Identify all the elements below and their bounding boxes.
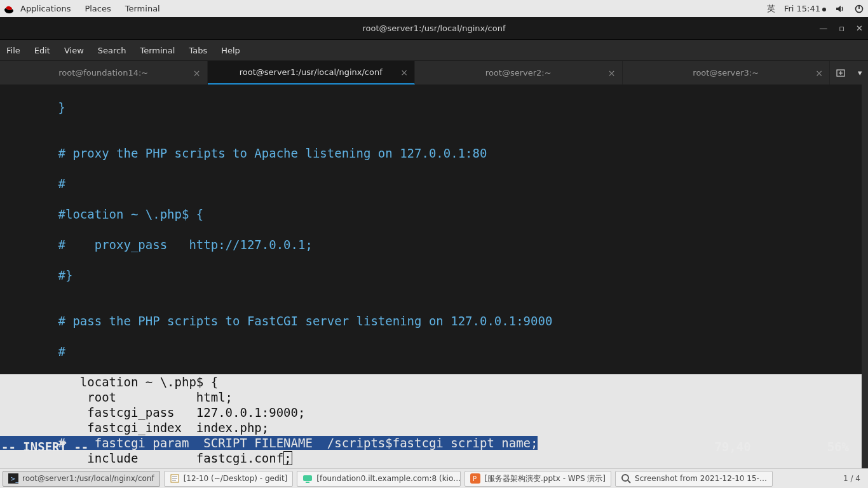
wps-presentation-icon: P xyxy=(470,473,480,484)
menu-applications[interactable]: Applications xyxy=(20,4,71,13)
tab-label: root@foundation14:~ xyxy=(58,68,148,78)
task-label: [12-10 (~/Desktop) - gedit] xyxy=(184,474,288,483)
menu-file[interactable]: File xyxy=(6,46,20,55)
tab-server2[interactable]: root@server2:~ × xyxy=(415,61,623,85)
code-line: #} xyxy=(0,268,868,283)
svg-text:P: P xyxy=(473,475,477,482)
clock[interactable]: Fri 15:41 xyxy=(784,4,826,13)
terminal-menubar: File Edit View Search Terminal Tabs Help xyxy=(0,40,868,60)
code-line: #location ~ \.php$ { xyxy=(0,207,868,222)
code-line: # proxy_pass http://127.0.0.1; xyxy=(0,237,868,252)
task-label: root@server1:/usr/local/nginx/conf xyxy=(22,474,154,483)
menu-search[interactable]: Search xyxy=(98,46,126,55)
svg-rect-11 xyxy=(303,475,312,481)
code-line: # xyxy=(0,344,868,359)
code-line: # xyxy=(0,176,868,191)
tab-close-icon[interactable]: × xyxy=(608,68,616,78)
menu-view[interactable]: View xyxy=(64,46,84,55)
task-gedit[interactable]: [12-10 (~/Desktop) - gedit] xyxy=(164,471,294,487)
volume-icon[interactable] xyxy=(835,4,845,14)
window-maximize-icon[interactable]: ▫ xyxy=(839,24,844,33)
vim-scroll-pct: 56% xyxy=(827,439,849,454)
vim-cursor-pos: 79,40 xyxy=(714,439,750,454)
menu-terminal[interactable]: Terminal xyxy=(125,4,160,13)
task-terminal[interactable]: >_ root@server1:/usr/local/nginx/conf xyxy=(3,471,160,487)
terminal-tabbar: root@foundation14:~ × root@server1:/usr/… xyxy=(0,60,868,85)
tab-server1[interactable]: root@server1:/usr/local/nginx/conf × xyxy=(208,61,416,85)
svg-rect-12 xyxy=(306,482,309,483)
terminal-scrollbar[interactable] xyxy=(862,85,868,468)
task-wps[interactable]: P [服务器架构演变.pptx - WPS 演示] xyxy=(465,471,611,487)
gedit-icon xyxy=(170,473,180,484)
svg-line-16 xyxy=(628,480,630,483)
vim-status-line: -- INSERT -- 79,40 56% xyxy=(0,439,868,454)
tab-close-icon[interactable]: × xyxy=(400,67,408,78)
task-kio[interactable]: [foundation0.ilt.example.com:8 (kio… xyxy=(297,471,461,487)
workspace-switcher[interactable]: 1 / 4 xyxy=(838,474,865,483)
code-line: # pass the PHP scripts to FastCGI server… xyxy=(0,313,868,329)
new-tab-icon[interactable] xyxy=(836,68,846,78)
menu-edit[interactable]: Edit xyxy=(34,46,50,55)
svg-text:>_: >_ xyxy=(10,475,18,483)
power-icon[interactable] xyxy=(854,4,864,14)
tab-close-icon[interactable]: × xyxy=(193,68,201,78)
terminal-viewport[interactable]: } # proxy the PHP scripts to Apache list… xyxy=(0,85,868,468)
redhat-icon xyxy=(4,4,14,14)
remote-desktop-icon xyxy=(302,473,313,484)
vim-mode: -- INSERT -- xyxy=(0,439,88,454)
gnome-taskbar: >_ root@server1:/usr/local/nginx/conf [1… xyxy=(0,468,868,488)
svg-point-15 xyxy=(622,475,628,481)
task-label: [foundation0.ilt.example.com:8 (kio… xyxy=(316,474,461,483)
image-viewer-icon xyxy=(621,473,631,484)
menu-places[interactable]: Places xyxy=(85,4,111,13)
task-label: Screenshot from 2021-12-10 15-… xyxy=(635,474,767,483)
menu-tabs[interactable]: Tabs xyxy=(189,46,207,55)
window-close-icon[interactable]: ✕ xyxy=(856,24,863,33)
window-minimize-icon[interactable]: — xyxy=(819,24,827,33)
tab-label: root@server1:/usr/local/nginx/conf xyxy=(240,67,383,77)
terminal-icon: >_ xyxy=(8,473,18,484)
code-line: } xyxy=(0,100,868,115)
task-label: [服务器架构演变.pptx - WPS 演示] xyxy=(484,473,606,484)
tab-server3[interactable]: root@server3:~ × xyxy=(623,61,831,85)
tab-close-icon[interactable]: × xyxy=(815,68,823,78)
tab-menu-icon[interactable]: ▾ xyxy=(858,68,862,78)
task-image-viewer[interactable]: Screenshot from 2021-12-10 15-… xyxy=(615,471,773,487)
tab-label: root@server3:~ xyxy=(693,68,759,78)
tab-label: root@server2:~ xyxy=(485,68,552,78)
menu-help[interactable]: Help xyxy=(221,46,240,55)
menu-terminal[interactable]: Terminal xyxy=(140,46,175,55)
gnome-top-panel: Applications Places Terminal 英 Fri 15:41 xyxy=(0,0,868,17)
window-title: root@server1:/usr/local/nginx/conf xyxy=(363,24,506,33)
input-method-indicator[interactable]: 英 xyxy=(767,3,775,15)
window-titlebar: root@server1:/usr/local/nginx/conf — ▫ ✕ xyxy=(0,17,868,40)
tab-foundation14[interactable]: root@foundation14:~ × xyxy=(0,61,208,85)
code-line: # proxy the PHP scripts to Apache listen… xyxy=(0,146,868,161)
tabbar-extra: ▾ xyxy=(830,61,868,85)
